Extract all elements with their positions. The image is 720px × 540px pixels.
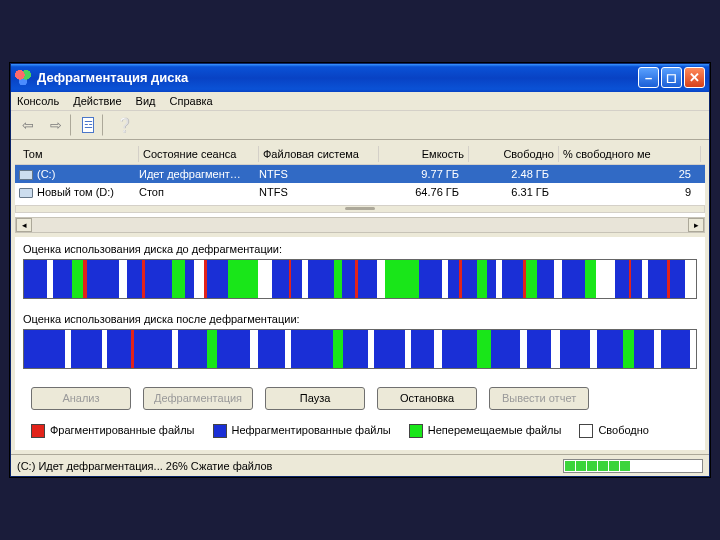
drive-icon bbox=[19, 188, 33, 198]
progress-bar bbox=[563, 459, 703, 473]
pane-splitter[interactable] bbox=[15, 205, 705, 213]
drive-icon bbox=[19, 170, 33, 180]
col-session-state[interactable]: Состояние сеанса bbox=[139, 146, 259, 162]
col-pct-free[interactable]: % свободного ме bbox=[559, 146, 701, 162]
swatch-red-icon bbox=[31, 424, 45, 438]
action-buttons: Анализ Дефрагментация Пауза Остановка Вы… bbox=[15, 377, 705, 414]
legend-fragmented: Фрагментированные файлы bbox=[31, 424, 195, 438]
maximize-button[interactable]: ◻ bbox=[661, 67, 682, 88]
properties-icon: ☲ bbox=[82, 117, 94, 133]
analyze-button: Анализ bbox=[31, 387, 131, 410]
col-capacity[interactable]: Емкость bbox=[379, 146, 469, 162]
menu-bar: Консоль Действие Вид Справка bbox=[11, 92, 709, 111]
volumes-header: Том Состояние сеанса Файловая система Ем… bbox=[15, 144, 705, 165]
report-button: Вывести отчет bbox=[489, 387, 589, 410]
label-after: Оценка использования диска после дефрагм… bbox=[15, 307, 705, 327]
usage-map-after bbox=[23, 329, 697, 369]
swatch-green-icon bbox=[409, 424, 423, 438]
col-volume[interactable]: Том bbox=[19, 146, 139, 162]
scroll-right-button[interactable]: ▸ bbox=[688, 218, 704, 232]
swatch-blue-icon bbox=[213, 424, 227, 438]
status-bar: (C:) Идет дефрагментация... 26% Сжатие ф… bbox=[11, 454, 709, 476]
window-title: Дефрагментация диска bbox=[37, 70, 188, 85]
menu-help[interactable]: Справка bbox=[170, 95, 213, 107]
stop-button[interactable]: Остановка bbox=[377, 387, 477, 410]
defrag-window: Дефрагментация диска – ◻ ✕ Консоль Дейст… bbox=[10, 63, 710, 477]
label-before: Оценка использования диска до дефрагмент… bbox=[15, 237, 705, 257]
defrag-button: Дефрагментация bbox=[143, 387, 253, 410]
menu-console[interactable]: Консоль bbox=[17, 95, 59, 107]
forward-button[interactable]: ⇨ bbox=[49, 114, 71, 136]
scroll-left-button[interactable]: ◂ bbox=[16, 218, 32, 232]
pause-button[interactable]: Пауза bbox=[265, 387, 365, 410]
table-row[interactable]: Новый том (D:)СтопNTFS64.76 ГБ6.31 ГБ9 bbox=[15, 183, 705, 201]
arrow-right-icon: ⇨ bbox=[50, 117, 62, 133]
menu-view[interactable]: Вид bbox=[136, 95, 156, 107]
help-button[interactable]: ❔ bbox=[113, 114, 135, 136]
horizontal-scrollbar[interactable]: ◂ ▸ bbox=[15, 217, 705, 233]
properties-button[interactable]: ☲ bbox=[81, 114, 103, 136]
close-button[interactable]: ✕ bbox=[684, 67, 705, 88]
col-free[interactable]: Свободно bbox=[469, 146, 559, 162]
minimize-button[interactable]: – bbox=[638, 67, 659, 88]
volumes-pane: Том Состояние сеанса Файловая система Ем… bbox=[15, 144, 705, 233]
col-filesystem[interactable]: Файловая система bbox=[259, 146, 379, 162]
menu-action[interactable]: Действие bbox=[73, 95, 121, 107]
app-icon bbox=[15, 70, 31, 86]
table-row[interactable]: (C:)Идет дефрагмент…NTFS9.77 ГБ2.48 ГБ25 bbox=[15, 165, 705, 183]
toolbar: ⇦ ⇨ ☲ ❔ bbox=[11, 111, 709, 140]
usage-map-before bbox=[23, 259, 697, 299]
help-icon: ❔ bbox=[116, 117, 133, 133]
legend-unmovable: Неперемещаемые файлы bbox=[409, 424, 562, 438]
legend: Фрагментированные файлы Нефрагментирован… bbox=[15, 414, 705, 446]
arrow-left-icon: ⇦ bbox=[22, 117, 34, 133]
status-text: (C:) Идет дефрагментация... 26% Сжатие ф… bbox=[17, 460, 272, 472]
legend-free: Свободно bbox=[579, 424, 649, 438]
back-button[interactable]: ⇦ bbox=[17, 114, 39, 136]
titlebar[interactable]: Дефрагментация диска – ◻ ✕ bbox=[11, 64, 709, 92]
swatch-white-icon bbox=[579, 424, 593, 438]
usage-pane: Оценка использования диска до дефрагмент… bbox=[15, 237, 705, 450]
legend-contiguous: Нефрагментированные файлы bbox=[213, 424, 391, 438]
